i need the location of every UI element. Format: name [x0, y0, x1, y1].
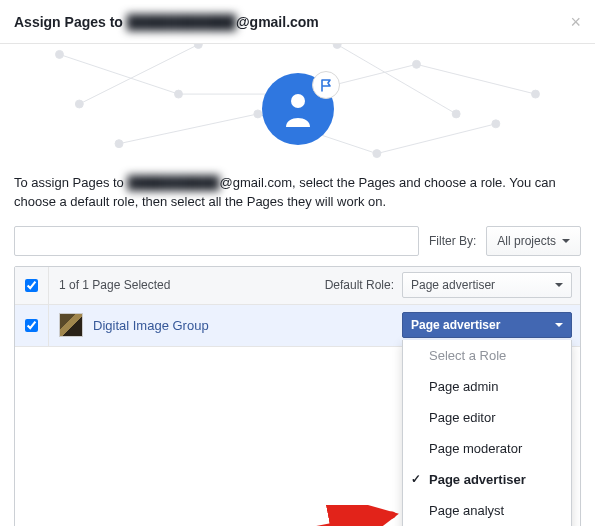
person-icon [282, 91, 314, 127]
modal-title: Assign Pages to ███████████@gmail.com [14, 14, 319, 30]
svg-line-6 [377, 124, 496, 154]
svg-point-9 [56, 50, 64, 58]
menu-item-page-admin[interactable]: Page admin [403, 371, 571, 402]
annotation-arrow-icon [220, 505, 410, 526]
menu-item-page-analyst[interactable]: Page analyst [403, 495, 571, 526]
svg-point-19 [194, 44, 202, 48]
caret-down-icon [555, 283, 563, 287]
svg-point-10 [175, 90, 183, 98]
hero-graphic [0, 44, 595, 174]
filter-by-label: Filter By: [419, 226, 486, 256]
svg-point-20 [333, 44, 341, 48]
row-role-dropdown[interactable]: Page advertiser [402, 312, 572, 338]
caret-down-icon [562, 239, 570, 243]
menu-item-placeholder[interactable]: Select a Role [403, 340, 571, 371]
projects-dropdown[interactable]: All projects [486, 226, 581, 256]
default-role-label: Default Role: [325, 278, 394, 292]
svg-line-3 [417, 64, 536, 94]
row-checkbox[interactable] [25, 319, 38, 332]
flag-badge-icon [312, 71, 340, 99]
svg-point-18 [75, 100, 83, 108]
svg-point-17 [492, 120, 500, 128]
svg-point-22 [291, 94, 305, 108]
table-row: Digital Image Group Page advertiser Sele… [15, 305, 580, 347]
default-role-dropdown[interactable]: Page advertiser [402, 272, 572, 298]
svg-line-23 [225, 515, 392, 526]
svg-point-12 [413, 60, 421, 68]
svg-point-21 [452, 110, 460, 118]
page-name-link[interactable]: Digital Image Group [83, 318, 402, 333]
role-menu: Select a Role Page admin Page editor Pag… [402, 340, 572, 526]
close-icon[interactable]: × [570, 11, 581, 32]
menu-item-page-advertiser[interactable]: Page advertiser [403, 464, 571, 495]
svg-line-4 [119, 114, 258, 144]
avatar [262, 73, 334, 145]
svg-point-15 [254, 110, 262, 118]
svg-point-14 [115, 140, 123, 148]
caret-down-icon [555, 323, 563, 327]
svg-point-16 [373, 150, 381, 158]
svg-line-0 [60, 54, 179, 94]
menu-item-page-moderator[interactable]: Page moderator [403, 433, 571, 464]
selection-count: 1 of 1 Page Selected [49, 278, 325, 292]
select-all-checkbox[interactable] [25, 279, 38, 292]
search-input[interactable] [14, 226, 419, 256]
menu-item-page-editor[interactable]: Page editor [403, 402, 571, 433]
svg-point-13 [532, 90, 540, 98]
intro-text: To assign Pages to ██████████@gmail.com,… [0, 174, 595, 226]
page-thumbnail [59, 313, 83, 337]
